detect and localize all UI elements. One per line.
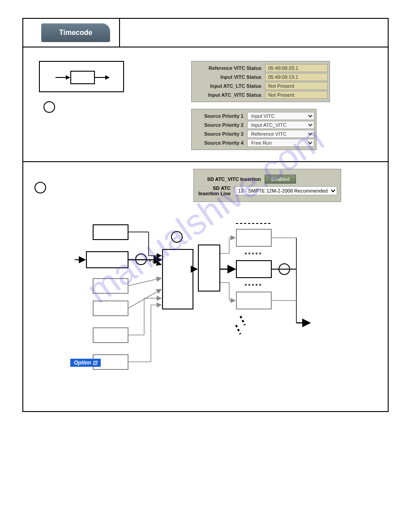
status-label: Input ATC_VITC Status	[193, 92, 265, 98]
output-box-3	[236, 292, 272, 309]
svg-line-32	[240, 316, 245, 325]
annotation-circle-c	[135, 253, 147, 265]
arrowhead-icon	[105, 75, 110, 80]
source-box-1	[93, 224, 128, 240]
status-label: Input VITC Status	[193, 74, 265, 80]
priority-select-1[interactable]: Input VITC	[247, 112, 314, 120]
option-badge: Option ⊡	[70, 359, 101, 367]
priority-select-4[interactable]: Free Run	[247, 139, 314, 147]
input-block-diagram	[39, 61, 124, 92]
process-box	[70, 71, 95, 84]
svg-line-7	[146, 260, 161, 265]
annotation-circle-a	[43, 101, 55, 113]
flow-diagram: Option ⊡	[32, 215, 379, 377]
svg-line-9	[128, 289, 161, 308]
status-label: Reference VITC Status	[193, 65, 265, 71]
output-box-1	[236, 229, 272, 247]
main-frame: Timecode Refe	[22, 18, 389, 412]
status-panel: Reference VITC Status 05:49:08:20.1 Inpu…	[191, 61, 330, 102]
output-box-2	[236, 260, 272, 278]
status-value: 05:49:08:20.1	[265, 64, 328, 72]
insertion-panel: SD ATC_VITC Insertion Enabled SD ATC Ins…	[193, 169, 341, 202]
source-box-5	[93, 327, 128, 343]
priority-label: Source Priority 2	[193, 122, 247, 128]
priority-panel: Source Priority 1 Input VITC Source Prio…	[191, 109, 317, 150]
status-value: Not Present	[265, 91, 328, 99]
flow-arrows	[32, 215, 379, 377]
source-box-4	[93, 300, 128, 316]
status-value: Not Present	[265, 82, 328, 90]
status-value: 05:49:08:19.1	[265, 73, 328, 81]
process-box	[198, 245, 220, 292]
insertion-label: SD ATC_VITC Insertion	[197, 176, 265, 182]
diagram-line	[95, 77, 106, 78]
section-divider	[23, 161, 388, 162]
status-label: Input ATC_LTC Status	[193, 83, 265, 89]
insertion-line-select[interactable]: 13 - SMPTE 12M-2-2008 Recommended	[234, 186, 337, 195]
arrowhead-icon	[66, 75, 70, 80]
priority-label: Source Priority 4	[193, 140, 247, 146]
priority-select-2[interactable]: Input ATC_VITC	[247, 121, 314, 129]
priority-label: Source Priority 3	[193, 131, 247, 137]
annotation-circle-d	[171, 231, 183, 243]
svg-line-33	[236, 325, 240, 334]
source-box-2	[86, 251, 128, 268]
diagram-line	[56, 77, 67, 78]
header-right-cell	[119, 19, 388, 47]
priority-select-3[interactable]: Reference VITC	[247, 130, 314, 138]
timecode-tab-button[interactable]: Timecode	[41, 23, 110, 42]
source-box-3	[93, 278, 128, 294]
annotation-circle-e	[278, 263, 290, 275]
svg-line-8	[128, 278, 161, 286]
priority-label: Source Priority 1	[193, 113, 247, 119]
annotation-circle-b	[34, 182, 46, 193]
mux-box	[162, 249, 193, 309]
header-row: Timecode	[23, 19, 388, 47]
insertion-label: SD ATC Insertion Line	[197, 185, 234, 196]
enabled-button[interactable]: Enabled	[265, 175, 296, 184]
